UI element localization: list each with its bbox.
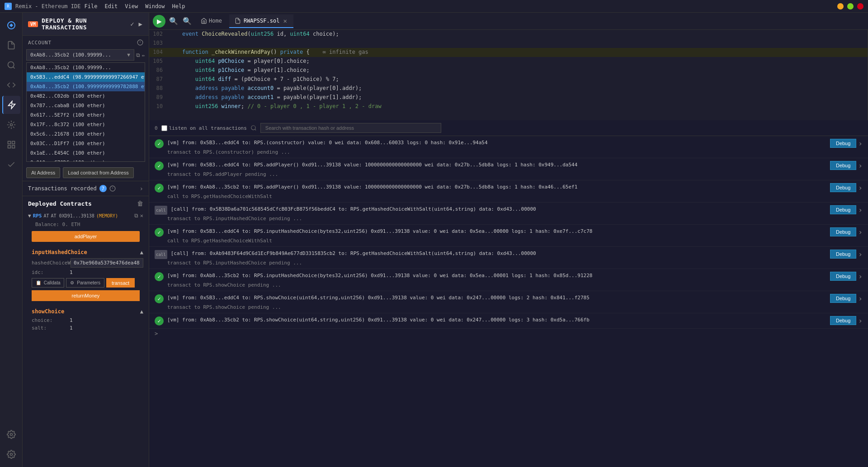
listen-checkbox[interactable]: listen on all transactions [161,125,247,131]
account-item-4[interactable]: 0x787...cabaB (100 ether) [27,101,145,110]
tx-text: [vm] from: 0xAb8...35cb2 to: RPS.addPlay… [167,183,826,191]
debug-button[interactable]: Debug [830,316,856,325]
sidebar-item-remix[interactable] [2,16,20,34]
account-item-2[interactable]: 0xAb8...35cb2 (100.99999999999782888 eth… [27,82,145,91]
line-content: uint64 p1Choice = player[1].choice; [167,66,868,75]
sidebar-item-deploy[interactable] [2,96,20,114]
tx-actions: Debug › [830,183,863,192]
account-selected-display[interactable]: 0xAb8...35cb2 (100.99999... ▼ [26,49,134,61]
load-contract-button[interactable]: Load contract from Address [63,167,134,178]
line-number: 10 [149,102,167,111]
debug-button[interactable]: Debug [830,272,856,281]
debug-button[interactable]: Debug [830,250,856,259]
sidebar-item-settings[interactable] [2,425,20,443]
contract-close-icon[interactable]: ✕ [140,212,143,219]
return-money-button[interactable]: returnMoney [32,290,140,301]
contract-item: ▼ RPS AT AT 0XD91...39138 (MEMORY) ⧉ ✕ B… [28,211,143,334]
minimize-button[interactable]: — [837,3,844,9]
sidebar-item-check[interactable] [2,156,20,174]
debug-button[interactable]: Debug [830,227,856,236]
tx-text: [vm] from: 0x5B3...eddC4 to: RPS.showCho… [167,294,826,302]
tab-home[interactable]: Home [195,15,227,28]
debug-button[interactable]: Debug [830,294,856,303]
show-choice-section: showChoice ▲ choice: 1 salt: 1 [28,305,143,334]
menu-bar[interactable]: File Edit View Window Help [85,3,185,9]
at-address-button[interactable]: At Address [26,167,60,178]
tab-file[interactable]: RWAPSSF.sol ✕ [229,14,293,28]
tab-close-icon[interactable]: ✕ [282,17,288,24]
account-item-0[interactable]: 0xAb8...35cb2 (100.99999... [27,63,145,72]
menu-view[interactable]: View [125,3,138,9]
choice-param-row: choice: 1 [32,316,143,324]
expand-icon[interactable]: › [858,272,863,281]
window-controls[interactable]: — □ ✕ [837,3,863,9]
table-row: ✓ [vm] from: 0xAb8...35cb2 to: RPS.showC… [149,313,868,329]
tx-sub: transact to RPS.inputHashedChoice pendin… [155,259,863,266]
tx-text: [vm] from: 0xAb8...35cb2 to: RPS.showCho… [167,316,826,324]
account-copy-icon[interactable]: ⧉ [136,52,140,58]
calldata-button[interactable]: 📋 Calldata [32,278,64,288]
svg-point-4 [10,124,12,126]
account-item-5[interactable]: 0x617...5E7f2 (100 ether) [27,110,145,120]
expand-icon[interactable]: › [858,161,863,170]
zoom-in-button[interactable]: 🔍 [181,16,193,26]
sidebar-item-files[interactable] [2,36,20,54]
tx-actions: Debug › [830,227,863,236]
expand-icon[interactable]: › [858,294,863,303]
debug-button[interactable]: Debug [830,139,856,148]
show-choice-chevron[interactable]: ▲ [140,308,143,315]
account-item-8[interactable]: 0x03C...D1Ff7 (100 ether) [27,139,145,148]
transact-button[interactable]: transact [106,278,135,288]
expand-icon[interactable]: › [858,206,863,214]
zoom-out-button[interactable]: 🔍 [167,16,180,26]
expand-icon[interactable]: › [858,316,863,325]
deploy-play-icon[interactable]: ▶ [138,19,143,28]
expand-icon[interactable]: › [858,184,863,192]
menu-window[interactable]: Window [145,3,165,9]
menu-edit[interactable]: Edit [104,3,118,9]
expand-icon[interactable]: › [858,139,863,148]
menu-file[interactable]: File [85,3,98,9]
transactions-expand-icon[interactable]: › [140,185,143,192]
sidebar-item-plugins[interactable] [2,136,20,154]
debug-button[interactable]: Debug [830,183,856,192]
deployed-contracts-trash-icon[interactable]: 🗑 [137,200,143,207]
account-item-3[interactable]: 0x4B2...C02db (100 ether) [27,91,145,101]
run-button[interactable]: ▶ [153,15,165,28]
contract-copy-icon[interactable]: ⧉ [134,212,138,219]
contract-tag: (MEMORY) [96,213,118,218]
tx-text: [vm] from: 0x5B3...eddC4 to: RPS.(constr… [167,139,826,147]
account-item-1[interactable]: 0x5B3...eddC4 (98.999999999997266947 eth… [27,72,145,82]
input-hashed-choice-chevron[interactable]: ▲ [140,249,143,255]
menu-help[interactable]: Help [172,3,185,9]
account-item-10[interactable]: 0x0A0...C70DC (100 ether) [27,158,145,162]
contract-chevron-icon[interactable]: ▼ [28,213,31,219]
parameters-icon: ⚙ [70,280,74,285]
sidebar-item-search[interactable] [2,56,20,74]
add-player-button[interactable]: addPlayer [32,231,140,242]
terminal-search-input[interactable] [260,123,441,133]
svg-point-9 [10,434,12,436]
debug-button[interactable]: Debug [830,205,856,214]
account-item-7[interactable]: 0x5c6...21678 (100 ether) [27,129,145,139]
expand-icon[interactable]: › [858,250,863,259]
account-edit-icon[interactable]: ✏ [142,52,145,58]
close-button[interactable]: ✕ [857,3,863,9]
account-item-9[interactable]: 0x1aE...E454C (100 ether) [27,148,145,158]
listen-checkbox-input[interactable] [161,125,167,131]
debug-button[interactable]: Debug [830,161,856,170]
deploy-check-icon[interactable]: ✓ [129,19,135,28]
code-line-88: 88 address payable account0 = payable(pl… [149,84,868,93]
parameters-button[interactable]: ⚙ Parameters [66,278,104,288]
sidebar-item-debug[interactable] [2,116,20,134]
sidebar-item-compile[interactable] [2,76,20,94]
code-editor[interactable]: 102 event ChoiceRevealed(uint256 id, uin… [149,30,868,120]
hashed-choice-with-salt-input[interactable] [71,258,143,268]
sidebar-item-settings2[interactable] [2,445,20,463]
svg-rect-5 [8,142,10,144]
maximize-button[interactable]: □ [847,3,854,9]
account-dropdown-list[interactable]: 0xAb8...35cb2 (100.99999... 0x5B3...eddC… [26,62,145,162]
account-item-6[interactable]: 0x17F...8c372 (100 ether) [27,120,145,129]
deployed-contracts-header: Deployed Contracts 🗑 [28,200,143,207]
expand-icon[interactable]: › [858,228,863,236]
